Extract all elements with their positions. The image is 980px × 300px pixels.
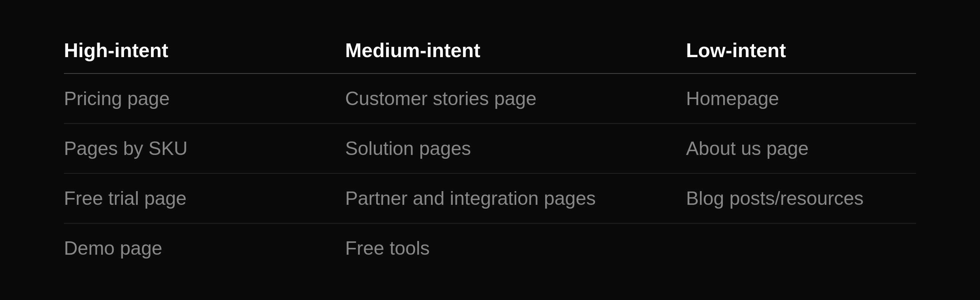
cell-medium-3: Free tools: [345, 223, 686, 273]
intent-table-container: High-intent Medium-intent Low-intent Pri…: [33, 12, 947, 288]
intent-table: High-intent Medium-intent Low-intent Pri…: [64, 27, 916, 273]
cell-low-0: Homepage: [686, 73, 916, 124]
cell-low-2: Blog posts/resources: [686, 173, 916, 223]
cell-high-3: Demo page: [64, 223, 345, 273]
cell-low-3: [686, 223, 916, 273]
cell-high-0: Pricing page: [64, 73, 345, 124]
header-high-intent: High-intent: [64, 27, 345, 73]
header-medium-intent: Medium-intent: [345, 27, 686, 73]
cell-medium-2: Partner and integration pages: [345, 173, 686, 223]
table-row: Pricing page Customer stories page Homep…: [64, 73, 916, 124]
cell-high-1: Pages by SKU: [64, 123, 345, 173]
table-header-row: High-intent Medium-intent Low-intent: [64, 27, 916, 73]
cell-medium-0: Customer stories page: [345, 73, 686, 124]
table-row: Pages by SKU Solution pages About us pag…: [64, 123, 916, 173]
cell-high-2: Free trial page: [64, 173, 345, 223]
cell-medium-1: Solution pages: [345, 123, 686, 173]
table-row: Free trial page Partner and integration …: [64, 173, 916, 223]
table-row: Demo page Free tools: [64, 223, 916, 273]
header-low-intent: Low-intent: [686, 27, 916, 73]
cell-low-1: About us page: [686, 123, 916, 173]
